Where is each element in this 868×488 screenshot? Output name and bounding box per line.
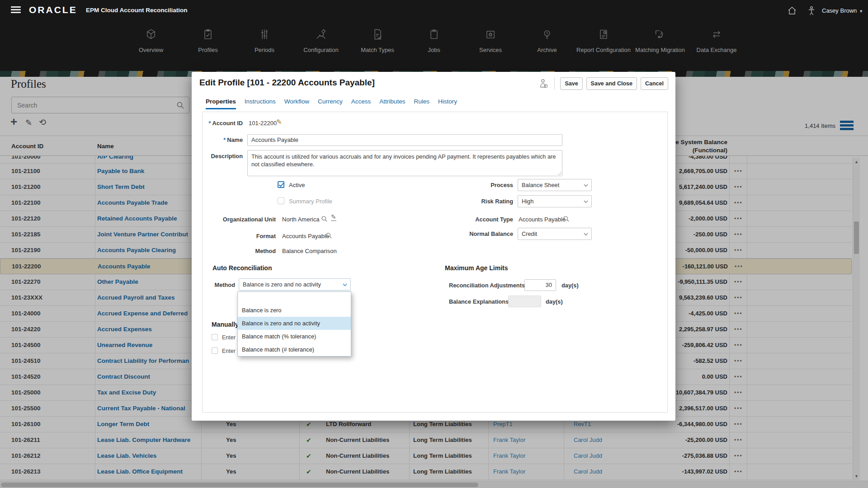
account-type-value: Accounts Payable [519, 216, 566, 223]
balance-explanations-field[interactable] [508, 296, 541, 307]
description-label: Description [203, 153, 243, 160]
account-id-value: 101-22200 [249, 120, 277, 127]
tab-history[interactable]: History [438, 98, 457, 109]
chevron-down-icon [584, 184, 588, 187]
account-type-label: Account Type [441, 216, 513, 223]
save-button[interactable]: Save [560, 77, 582, 90]
method-label: Method [203, 248, 276, 254]
days-suffix-1: day(s) [561, 282, 579, 289]
tab-currency[interactable]: Currency [318, 98, 343, 109]
dropdown-option-1[interactable]: Balance is zero [238, 304, 351, 317]
process-select[interactable]: Balance Sheet [518, 179, 592, 191]
edit-account-id-icon[interactable]: ✎ [276, 118, 282, 126]
account-id-label: *Account ID [203, 120, 243, 127]
dropdown-option-3[interactable]: Balance match (% tolerance) [238, 330, 351, 343]
name-field[interactable]: Accounts Payable [247, 134, 562, 146]
actions-divider [554, 77, 555, 90]
properties-tab-panel: *Account ID 101-22200 ✎ *Name Accounts P… [202, 112, 668, 413]
chevron-down-icon [343, 283, 347, 286]
balance-explanations-label: Balance Explanations [449, 298, 505, 305]
chevron-down-icon [584, 200, 588, 203]
name-label: *Name [203, 136, 243, 143]
tab-rules[interactable]: Rules [414, 98, 429, 109]
method-value: Balance Comparison [282, 248, 337, 254]
normal-balance-select[interactable]: Credit [518, 228, 592, 240]
dropdown-option-2[interactable]: Balance is zero and no activity [238, 317, 351, 330]
active-checkbox[interactable] [278, 181, 284, 188]
enter-balances-checkbox-1[interactable] [212, 334, 218, 340]
org-unit-label: Organizational Unit [203, 216, 276, 223]
risk-rating-label: Risk Rating [441, 198, 513, 205]
description-field[interactable]: This account is utilized for various acc… [247, 150, 562, 176]
tab-properties[interactable]: Properties [206, 98, 236, 109]
org-unit-edit-icon[interactable]: ✎ [331, 214, 336, 221]
recon-adjustments-field[interactable]: 30 [524, 279, 556, 291]
format-value: Accounts Payable [282, 233, 329, 239]
resize-grip-icon[interactable] [557, 171, 561, 175]
enter-balances-checkbox-2[interactable] [212, 347, 218, 354]
dialog-title: Edit Profile [101 - 22200 Accounts Payab… [199, 78, 375, 88]
dialog-tabs: PropertiesInstructionsWorkflowCurrencyAc… [206, 98, 457, 109]
app-canvas: ORACLE EPM Cloud Account Reconciliation … [0, 0, 868, 488]
auto-method-label: Method [203, 282, 235, 288]
summary-profile-checkbox[interactable] [278, 197, 284, 204]
org-unit-search-icon[interactable] [321, 216, 328, 222]
tab-workflow[interactable]: Workflow [284, 98, 309, 109]
auto-method-dropdown-list: Balance is zeroBalance is zero and no ac… [237, 291, 351, 357]
active-label: Active [289, 182, 305, 188]
recon-adjustments-label: Reconciliation Adjustments [449, 282, 521, 289]
normal-balance-label: Normal Balance [441, 230, 513, 237]
auto-method-combobox[interactable]: Balance is zero and no activity [239, 278, 351, 291]
format-search-icon[interactable] [326, 232, 332, 239]
org-unit-value: North America [282, 216, 319, 223]
cancel-button[interactable]: Cancel [641, 77, 668, 90]
format-label: Format [203, 233, 276, 239]
days-suffix-2: day(s) [546, 298, 563, 305]
process-label: Process [441, 182, 513, 188]
summary-profile-label: Summary Profile [289, 198, 332, 205]
tab-attributes[interactable]: Attributes [379, 98, 405, 109]
auto-reconciliation-heading: Auto Reconciliation [212, 264, 272, 272]
assign-user-help-icon[interactable]: ? [539, 78, 549, 89]
tab-instructions[interactable]: Instructions [245, 98, 276, 109]
tab-access[interactable]: Access [351, 98, 371, 109]
svg-text:?: ? [545, 85, 547, 88]
account-type-search-icon[interactable] [563, 216, 570, 222]
dropdown-option-4[interactable]: Balance match (# tolerance) [238, 343, 351, 356]
chevron-down-icon [584, 233, 588, 236]
dropdown-option-0[interactable] [238, 292, 351, 304]
edit-profile-dialog: Edit Profile [101 - 22200 Accounts Payab… [192, 72, 675, 421]
risk-rating-select[interactable]: High [518, 195, 592, 207]
save-and-close-button[interactable]: Save and Close [586, 77, 637, 90]
max-age-limits-heading: Maximum Age Limits [445, 264, 508, 272]
manually-section-heading: Manually [212, 321, 239, 328]
